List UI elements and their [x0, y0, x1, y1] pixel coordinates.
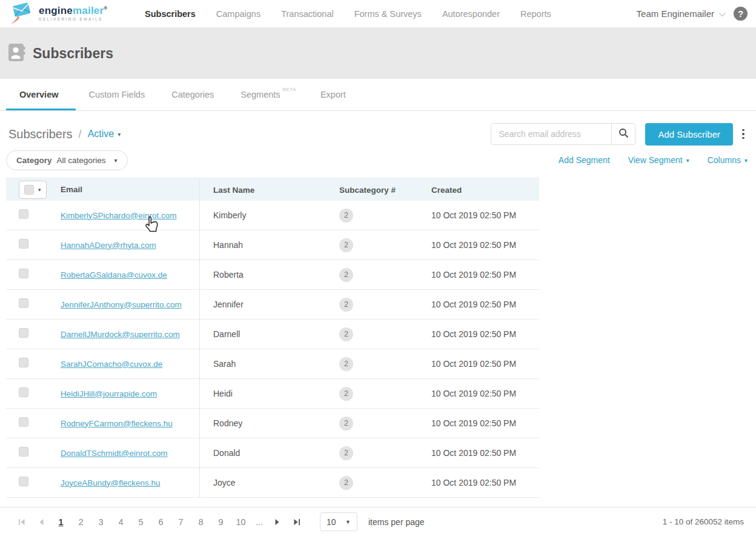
- subcategory-count-badge: 2: [339, 417, 353, 430]
- column-header-email[interactable]: Email: [61, 185, 82, 194]
- row-checkbox[interactable]: [19, 298, 28, 308]
- nav-item-autoresponder[interactable]: Autoresponder: [442, 9, 500, 19]
- breadcrumb-separator: /: [79, 128, 82, 141]
- subscriber-email-link[interactable]: HeidiJHill@jourrapide.com: [61, 389, 157, 398]
- table-header-row: ▾ Email Last Name Subcategory # Created: [6, 178, 539, 201]
- select-all-checkbox[interactable]: [24, 185, 34, 195]
- row-checkbox[interactable]: [19, 328, 28, 338]
- subscriber-email-link[interactable]: DonaldTSchmidt@einrot.com: [61, 449, 168, 458]
- pagination-summary: 1 - 10 of 260052 items: [663, 517, 744, 526]
- view-segment-dropdown[interactable]: View Segment▾: [628, 155, 689, 165]
- page-number[interactable]: 8: [191, 517, 211, 527]
- row-checkbox[interactable]: [19, 209, 28, 219]
- row-checkbox[interactable]: [19, 477, 28, 486]
- more-options-icon[interactable]: [739, 129, 748, 139]
- page-number[interactable]: 3: [91, 517, 111, 527]
- caret-down-icon: ▼: [345, 519, 351, 525]
- add-segment-link[interactable]: Add Segment: [559, 155, 610, 165]
- page-number[interactable]: 7: [171, 517, 191, 527]
- subscriber-email-link[interactable]: SarahJComacho@cuvox.de: [61, 360, 162, 369]
- page-number[interactable]: 6: [151, 517, 171, 527]
- subcategory-count-badge: 2: [339, 298, 353, 312]
- row-checkbox[interactable]: [19, 417, 28, 427]
- subscriber-last-name: Heidi: [213, 389, 233, 398]
- subscriber-last-name: Hannah: [213, 240, 243, 250]
- main-nav: Subscribers Campaigns Transactional Form…: [145, 9, 551, 19]
- row-checkbox[interactable]: [19, 447, 28, 457]
- tab-segments[interactable]: SegmentsBETA: [227, 79, 307, 110]
- table-row: SarahJComacho@cuvox.de Sarah 2 10 Oct 20…: [6, 349, 539, 379]
- nav-item-transactional[interactable]: Transactional: [281, 9, 334, 19]
- address-book-icon: [6, 42, 27, 65]
- tab-categories[interactable]: Categories: [158, 79, 227, 110]
- subcategory-count-badge: 2: [339, 357, 353, 371]
- row-checkbox[interactable]: [19, 269, 28, 278]
- add-subscriber-button[interactable]: Add Subscriber: [645, 123, 733, 146]
- caret-down-icon: ▾: [744, 157, 748, 164]
- subscriber-email-link[interactable]: RodneyFCarmon@fleckens.hu: [61, 419, 173, 428]
- nav-item-subscribers[interactable]: Subscribers: [145, 9, 196, 19]
- search-input[interactable]: [491, 124, 611, 144]
- add-segment-label: Add Segment: [559, 155, 610, 165]
- brand-logo[interactable]: enginemailer® DELIVERING EMAILS: [8, 0, 139, 28]
- tab-overview[interactable]: Overview: [6, 79, 76, 110]
- subscriber-created: 10 Oct 2019 02:50 PM: [431, 389, 516, 398]
- brand-name: enginemailer® DELIVERING EMAILS: [39, 5, 107, 22]
- category-filter[interactable]: Category All categories ▾: [6, 150, 128, 170]
- account-menu[interactable]: Team Enginemailer: [637, 8, 724, 19]
- page-number[interactable]: 1: [51, 517, 71, 527]
- columns-dropdown[interactable]: Columns▾: [708, 155, 748, 165]
- view-segment-label: View Segment: [628, 155, 683, 165]
- subscriber-email-link[interactable]: JenniferJAnthony@superrito.com: [61, 300, 182, 309]
- row-checkbox[interactable]: [19, 358, 28, 367]
- help-icon[interactable]: ?: [734, 7, 748, 21]
- row-checkbox[interactable]: [19, 387, 28, 397]
- nav-item-reports[interactable]: Reports: [520, 9, 551, 19]
- next-page-icon[interactable]: [268, 518, 287, 526]
- previous-page-icon[interactable]: [31, 518, 51, 526]
- subscriber-email-link[interactable]: DarnellJMurdock@superrito.com: [61, 330, 180, 339]
- page-number[interactable]: 4: [111, 517, 131, 527]
- nav-item-forms-surveys[interactable]: Forms & Surveys: [354, 9, 422, 19]
- page-size-select[interactable]: 10 ▼: [320, 512, 357, 531]
- status-filter-dropdown[interactable]: Active ▾: [88, 129, 121, 139]
- nav-item-campaigns[interactable]: Campaigns: [216, 9, 260, 19]
- subscriber-created: 10 Oct 2019 02:50 PM: [431, 210, 516, 220]
- subscriber-email-link[interactable]: JoyceABundy@fleckens.hu: [61, 478, 161, 487]
- subscribers-table: ▾ Email Last Name Subcategory # Created …: [6, 178, 539, 498]
- last-page-icon[interactable]: [287, 518, 307, 526]
- page-number[interactable]: 5: [131, 517, 151, 527]
- page-ellipsis[interactable]: ...: [251, 517, 268, 527]
- tab-bar: Overview Custom Fields Categories Segmen…: [0, 79, 756, 111]
- subscriber-last-name: Sarah: [213, 359, 236, 369]
- column-header-subcategory[interactable]: Subcategory #: [339, 186, 396, 195]
- column-header-last-name[interactable]: Last Name: [213, 186, 254, 195]
- select-all-dropdown[interactable]: ▾: [19, 181, 47, 199]
- subscriber-created: 10 Oct 2019 02:50 PM: [431, 418, 516, 428]
- subscriber-email-link[interactable]: KimberlySPichardo@einrot.com: [61, 211, 177, 220]
- subscriber-created: 10 Oct 2019 02:50 PM: [431, 270, 516, 280]
- page-number[interactable]: 2: [71, 517, 91, 527]
- table-row: RodneyFCarmon@fleckens.hu Rodney 2 10 Oc…: [6, 409, 539, 438]
- subscriber-email-link[interactable]: RobertaGSaldana@cuvox.de: [61, 270, 167, 280]
- subscriber-last-name: Jennifer: [213, 300, 244, 309]
- subcategory-count-badge: 2: [339, 476, 353, 490]
- subscriber-last-name: Donald: [213, 448, 240, 458]
- subscriber-last-name: Darnell: [213, 329, 240, 339]
- column-header-created[interactable]: Created: [431, 186, 462, 195]
- row-checkbox[interactable]: [19, 239, 28, 249]
- columns-label: Columns: [708, 155, 741, 165]
- beta-badge: BETA: [283, 87, 296, 92]
- caret-down-icon: ▾: [114, 157, 118, 164]
- tab-export[interactable]: Export: [307, 79, 359, 110]
- subcategory-count-badge: 2: [339, 327, 353, 341]
- search-button[interactable]: [611, 124, 635, 144]
- page-number[interactable]: 10: [231, 517, 251, 527]
- tab-custom-fields[interactable]: Custom Fields: [76, 79, 159, 110]
- subscriber-last-name: Roberta: [213, 270, 244, 280]
- page-number[interactable]: 9: [211, 517, 231, 527]
- subscriber-created: 10 Oct 2019 02:50 PM: [431, 240, 516, 250]
- first-page-icon[interactable]: [12, 518, 31, 526]
- subscriber-email-link[interactable]: HannahADery@rhyta.com: [61, 241, 156, 250]
- caret-down-icon: ▾: [118, 131, 121, 138]
